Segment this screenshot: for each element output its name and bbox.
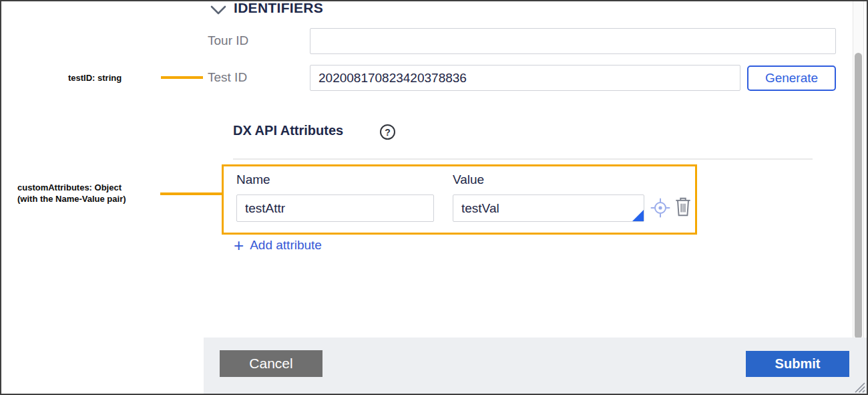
delete-attribute-button[interactable] (674, 196, 692, 217)
resize-grip-icon[interactable] (852, 380, 865, 393)
tour-id-input[interactable] (310, 28, 836, 54)
plus-icon: + (234, 238, 244, 253)
attribute-value-input[interactable] (453, 194, 644, 222)
dx-api-attributes-title: DX API Attributes (233, 123, 343, 138)
section-divider (233, 158, 813, 160)
identifiers-collapse-toggle[interactable] (210, 5, 227, 18)
submit-button[interactable]: Submit (746, 351, 849, 377)
target-icon (650, 198, 670, 218)
value-column-header: Value (453, 172, 484, 187)
vertical-scrollbar-thumb[interactable] (855, 53, 862, 339)
test-id-input[interactable] (310, 65, 740, 91)
generate-button[interactable]: Generate (747, 65, 836, 91)
annotation-testid: testID: string (68, 72, 122, 84)
help-icon[interactable]: ? (380, 124, 395, 140)
test-id-label: Test ID (208, 70, 247, 85)
cancel-button[interactable]: Cancel (220, 350, 322, 377)
tour-id-label: Tour ID (208, 33, 248, 48)
annotation-custom-attributes-line1: customAttributes: Object (17, 182, 126, 193)
identifiers-section-title: IDENTIFIERS (234, 0, 323, 16)
trash-icon (674, 196, 692, 217)
annotation-connector-testid (161, 76, 203, 79)
annotation-custom-attributes-line2: (with the Name-Value pair) (17, 193, 126, 205)
annotation-connector-custom-attributes (160, 192, 222, 195)
name-column-header: Name (236, 172, 270, 187)
target-button[interactable] (650, 198, 670, 218)
chevron-down-icon (210, 5, 227, 15)
expression-corner-handle[interactable] (632, 210, 644, 221)
attribute-row (236, 194, 434, 222)
add-attribute-label: Add attribute (250, 238, 322, 253)
attribute-name-input[interactable] (236, 194, 434, 222)
modal-window: testID: string customAttributes: Object … (0, 0, 868, 395)
add-attribute-link[interactable]: + Add attribute (234, 238, 322, 253)
annotation-custom-attributes: customAttributes: Object (with the Name-… (17, 182, 126, 205)
